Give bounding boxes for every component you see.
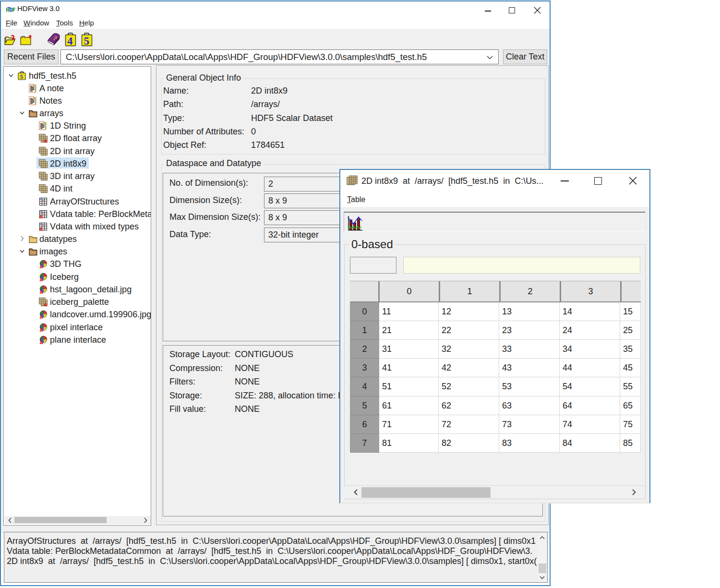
svg-text:4: 4 xyxy=(67,35,73,47)
svg-text:5: 5 xyxy=(84,35,90,47)
